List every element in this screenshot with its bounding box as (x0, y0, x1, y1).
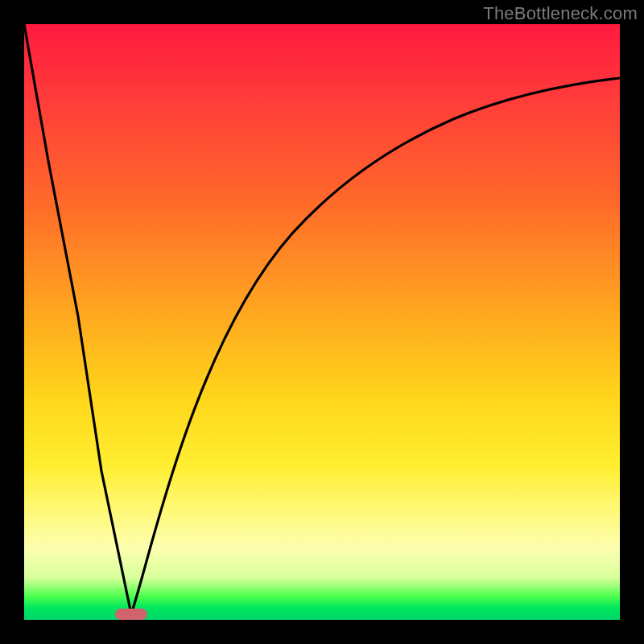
minimum-marker (115, 609, 147, 620)
watermark-text: TheBottleneck.com (483, 3, 638, 24)
chart-frame: TheBottleneck.com (0, 0, 644, 644)
curve-left-arm (24, 24, 131, 614)
curve-right-arm (131, 78, 620, 614)
chart-plot-area (24, 24, 620, 620)
chart-curves (24, 24, 620, 620)
